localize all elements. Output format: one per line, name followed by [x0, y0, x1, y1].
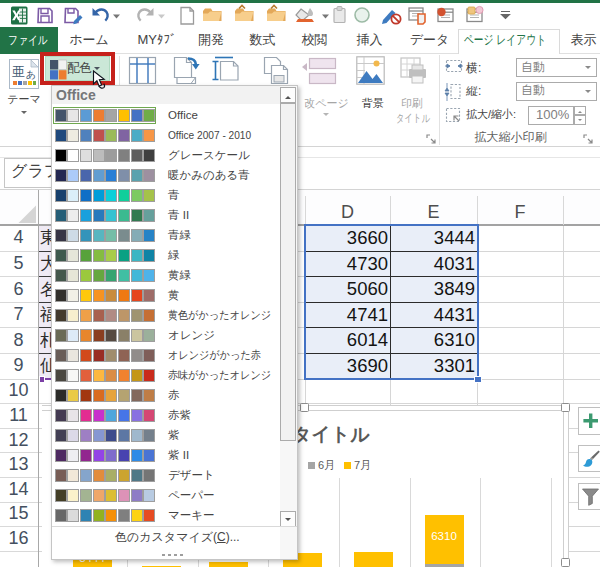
svg-text:亜: 亜 [12, 64, 25, 79]
svg-text:あ: あ [26, 69, 36, 80]
